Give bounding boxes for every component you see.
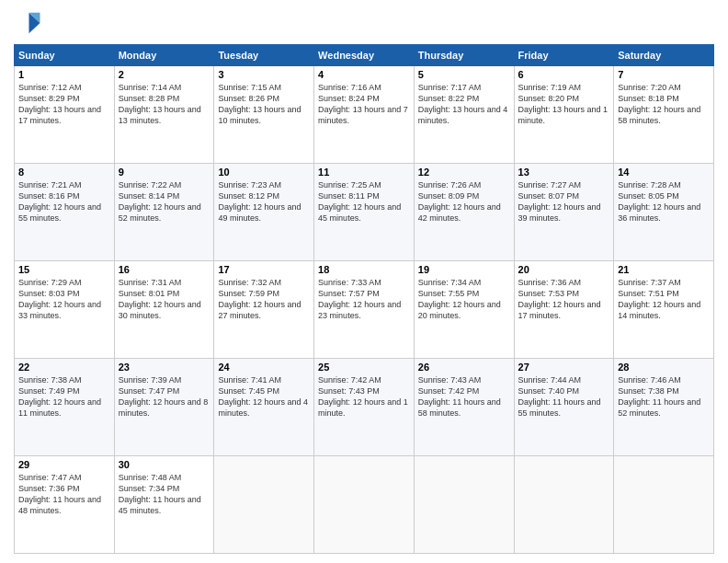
day-info: Sunrise: 7:19 AMSunset: 8:20 PMDaylight:…	[518, 82, 610, 127]
day-number: 26	[418, 362, 510, 373]
calendar-day-cell: 10Sunrise: 7:23 AMSunset: 8:12 PMDayligh…	[214, 164, 314, 261]
calendar-day-cell: 16Sunrise: 7:31 AMSunset: 8:01 PMDayligh…	[114, 261, 214, 359]
day-info: Sunrise: 7:32 AMSunset: 7:59 PMDaylight:…	[218, 277, 310, 322]
day-number: 15	[18, 264, 110, 275]
calendar-day-cell	[614, 456, 714, 554]
day-number: 13	[518, 167, 610, 178]
calendar-week-row: 8Sunrise: 7:21 AMSunset: 8:16 PMDaylight…	[15, 164, 714, 261]
calendar-day-cell: 24Sunrise: 7:41 AMSunset: 7:45 PMDayligh…	[214, 359, 314, 456]
day-header: Friday	[514, 45, 614, 66]
calendar-day-cell	[514, 456, 614, 554]
day-header: Sunday	[15, 45, 115, 66]
calendar-day-cell: 13Sunrise: 7:27 AMSunset: 8:07 PMDayligh…	[514, 164, 614, 261]
day-info: Sunrise: 7:47 AMSunset: 7:36 PMDaylight:…	[18, 472, 110, 517]
calendar-day-cell	[214, 456, 314, 554]
calendar-day-cell: 9Sunrise: 7:22 AMSunset: 8:14 PMDaylight…	[114, 164, 214, 261]
day-number: 20	[518, 264, 610, 275]
day-number: 24	[218, 362, 310, 373]
day-number: 9	[119, 167, 210, 178]
calendar-day-cell: 4Sunrise: 7:16 AMSunset: 8:24 PMDaylight…	[314, 66, 415, 164]
calendar-week-row: 15Sunrise: 7:29 AMSunset: 8:03 PMDayligh…	[15, 261, 714, 359]
day-info: Sunrise: 7:16 AMSunset: 8:24 PMDaylight:…	[318, 82, 410, 127]
calendar-day-cell: 18Sunrise: 7:33 AMSunset: 7:57 PMDayligh…	[314, 261, 415, 359]
calendar-day-cell: 27Sunrise: 7:44 AMSunset: 7:40 PMDayligh…	[514, 359, 614, 456]
day-number: 22	[18, 362, 110, 373]
calendar-day-cell: 20Sunrise: 7:36 AMSunset: 7:53 PMDayligh…	[514, 261, 614, 359]
day-info: Sunrise: 7:29 AMSunset: 8:03 PMDaylight:…	[18, 277, 110, 322]
day-number: 10	[218, 167, 310, 178]
logo	[14, 9, 45, 37]
calendar-day-cell: 6Sunrise: 7:19 AMSunset: 8:20 PMDaylight…	[514, 66, 614, 164]
day-info: Sunrise: 7:17 AMSunset: 8:22 PMDaylight:…	[418, 82, 510, 127]
day-info: Sunrise: 7:44 AMSunset: 7:40 PMDaylight:…	[518, 374, 610, 419]
calendar-day-cell: 23Sunrise: 7:39 AMSunset: 7:47 PMDayligh…	[114, 359, 214, 456]
day-number: 3	[218, 69, 310, 80]
day-info: Sunrise: 7:46 AMSunset: 7:38 PMDaylight:…	[618, 374, 710, 419]
day-number: 30	[119, 459, 210, 470]
day-info: Sunrise: 7:12 AMSunset: 8:29 PMDaylight:…	[18, 82, 110, 127]
calendar-week-row: 22Sunrise: 7:38 AMSunset: 7:49 PMDayligh…	[15, 359, 714, 456]
day-number: 16	[119, 264, 210, 275]
calendar-day-cell: 30Sunrise: 7:48 AMSunset: 7:34 PMDayligh…	[114, 456, 214, 554]
calendar-header-row: SundayMondayTuesdayWednesdayThursdayFrid…	[15, 45, 714, 66]
day-number: 12	[418, 167, 510, 178]
day-info: Sunrise: 7:22 AMSunset: 8:14 PMDaylight:…	[119, 179, 210, 224]
day-number: 21	[618, 264, 710, 275]
header	[14, 9, 714, 37]
calendar-day-cell: 25Sunrise: 7:42 AMSunset: 7:43 PMDayligh…	[314, 359, 415, 456]
day-info: Sunrise: 7:34 AMSunset: 7:55 PMDaylight:…	[418, 277, 510, 322]
day-number: 8	[18, 167, 110, 178]
day-info: Sunrise: 7:33 AMSunset: 7:57 PMDaylight:…	[318, 277, 410, 322]
calendar-day-cell: 17Sunrise: 7:32 AMSunset: 7:59 PMDayligh…	[214, 261, 314, 359]
day-number: 27	[518, 362, 610, 373]
day-header: Tuesday	[214, 45, 314, 66]
day-info: Sunrise: 7:26 AMSunset: 8:09 PMDaylight:…	[418, 179, 510, 224]
calendar-body: 1Sunrise: 7:12 AMSunset: 8:29 PMDaylight…	[15, 66, 714, 554]
day-number: 11	[318, 167, 410, 178]
calendar-day-cell: 14Sunrise: 7:28 AMSunset: 8:05 PMDayligh…	[614, 164, 714, 261]
day-number: 4	[318, 69, 410, 80]
calendar-day-cell: 15Sunrise: 7:29 AMSunset: 8:03 PMDayligh…	[15, 261, 115, 359]
calendar-day-cell: 11Sunrise: 7:25 AMSunset: 8:11 PMDayligh…	[314, 164, 415, 261]
calendar-day-cell: 3Sunrise: 7:15 AMSunset: 8:26 PMDaylight…	[214, 66, 314, 164]
day-info: Sunrise: 7:43 AMSunset: 7:42 PMDaylight:…	[418, 374, 510, 419]
day-number: 19	[418, 264, 510, 275]
day-header: Wednesday	[314, 45, 415, 66]
day-header: Monday	[114, 45, 214, 66]
calendar-week-row: 1Sunrise: 7:12 AMSunset: 8:29 PMDaylight…	[15, 66, 714, 164]
day-info: Sunrise: 7:38 AMSunset: 7:49 PMDaylight:…	[18, 374, 110, 419]
day-info: Sunrise: 7:27 AMSunset: 8:07 PMDaylight:…	[518, 179, 610, 224]
day-info: Sunrise: 7:48 AMSunset: 7:34 PMDaylight:…	[119, 472, 210, 517]
day-number: 18	[318, 264, 410, 275]
day-info: Sunrise: 7:41 AMSunset: 7:45 PMDaylight:…	[218, 374, 310, 419]
logo-icon	[14, 9, 41, 37]
day-header: Saturday	[614, 45, 714, 66]
day-info: Sunrise: 7:20 AMSunset: 8:18 PMDaylight:…	[618, 82, 710, 127]
day-info: Sunrise: 7:37 AMSunset: 7:51 PMDaylight:…	[618, 277, 710, 322]
day-info: Sunrise: 7:36 AMSunset: 7:53 PMDaylight:…	[518, 277, 610, 322]
calendar-day-cell: 5Sunrise: 7:17 AMSunset: 8:22 PMDaylight…	[414, 66, 514, 164]
day-info: Sunrise: 7:21 AMSunset: 8:16 PMDaylight:…	[18, 179, 110, 224]
day-number: 5	[418, 69, 510, 80]
day-info: Sunrise: 7:25 AMSunset: 8:11 PMDaylight:…	[318, 179, 410, 224]
day-info: Sunrise: 7:15 AMSunset: 8:26 PMDaylight:…	[218, 82, 310, 127]
calendar-week-row: 29Sunrise: 7:47 AMSunset: 7:36 PMDayligh…	[15, 456, 714, 554]
calendar-day-cell: 19Sunrise: 7:34 AMSunset: 7:55 PMDayligh…	[414, 261, 514, 359]
calendar-day-cell: 29Sunrise: 7:47 AMSunset: 7:36 PMDayligh…	[15, 456, 115, 554]
day-info: Sunrise: 7:28 AMSunset: 8:05 PMDaylight:…	[618, 179, 710, 224]
day-number: 6	[518, 69, 610, 80]
calendar-day-cell: 26Sunrise: 7:43 AMSunset: 7:42 PMDayligh…	[414, 359, 514, 456]
calendar-day-cell: 28Sunrise: 7:46 AMSunset: 7:38 PMDayligh…	[614, 359, 714, 456]
day-info: Sunrise: 7:23 AMSunset: 8:12 PMDaylight:…	[218, 179, 310, 224]
calendar-day-cell: 2Sunrise: 7:14 AMSunset: 8:28 PMDaylight…	[114, 66, 214, 164]
day-number: 17	[218, 264, 310, 275]
day-number: 14	[618, 167, 710, 178]
calendar-day-cell: 1Sunrise: 7:12 AMSunset: 8:29 PMDaylight…	[15, 66, 115, 164]
day-number: 23	[119, 362, 210, 373]
day-info: Sunrise: 7:14 AMSunset: 8:28 PMDaylight:…	[119, 82, 210, 127]
day-number: 1	[18, 69, 110, 80]
calendar-day-cell: 8Sunrise: 7:21 AMSunset: 8:16 PMDaylight…	[15, 164, 115, 261]
calendar-day-cell	[314, 456, 415, 554]
day-number: 2	[119, 69, 210, 80]
calendar-day-cell: 7Sunrise: 7:20 AMSunset: 8:18 PMDaylight…	[614, 66, 714, 164]
